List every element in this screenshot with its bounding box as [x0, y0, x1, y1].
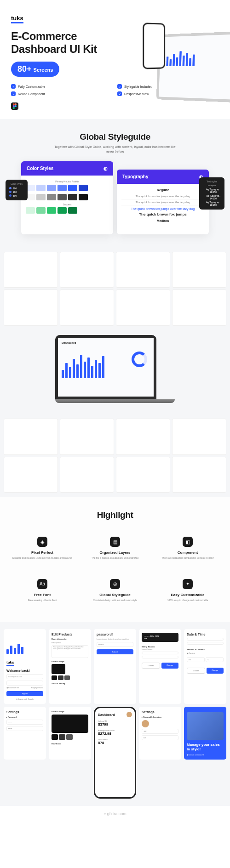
- screen-thumbnail: [4, 457, 58, 493]
- styleguide-section: Global Styleguide Together with Global S…: [0, 119, 230, 247]
- pixel-perfect-icon: ◉: [37, 537, 47, 547]
- logo-icon: ◐: [104, 166, 108, 171]
- screen-thumbnail: [4, 419, 58, 455]
- device-mockups: [133, 18, 230, 110]
- typography-card: Typography◐ Regular The quick brown fox …: [117, 170, 209, 234]
- styleguide-icon: ◎: [110, 579, 120, 589]
- svg-point-0: [13, 103, 15, 105]
- screen-thumbnail: [172, 289, 226, 326]
- text-styles-popup: Text styles ▸ Regular Ag Typograp.. 12/1…: [199, 177, 224, 210]
- screen-thumbnail: [60, 252, 114, 288]
- svg-point-2: [13, 105, 15, 107]
- feature-item: ✓Fully Customizable: [11, 84, 113, 89]
- avatar: [142, 720, 149, 727]
- edit-product-card: Edit Products Basic information Descript…: [49, 629, 91, 704]
- personal-info-card: Settings ▸ Personal Information Jeff US: [139, 707, 181, 759]
- product-image-card: Product Image Dashboard: [49, 707, 91, 759]
- lifestyle-image: [187, 712, 224, 740]
- cap-image: [52, 715, 88, 733]
- password-card: password! Lorem ipsum dolor sit amet con…: [94, 629, 136, 704]
- brand-logo: tuks: [11, 15, 23, 23]
- layers-icon: ▤: [110, 537, 120, 547]
- check-icon: ✓: [11, 91, 16, 96]
- screen-thumbnail: [4, 252, 58, 288]
- signin-button[interactable]: Sign In: [6, 691, 43, 696]
- highlight-card: ◉Pixel PerfectDistance and measure using…: [8, 529, 76, 567]
- feature-item: ✓Reuse Component: [11, 91, 113, 96]
- font-icon: Aa: [37, 579, 47, 589]
- section-title: Global Styleguide: [8, 132, 222, 142]
- screen-thumbnail: [172, 457, 226, 493]
- section-title: Highlight: [8, 510, 222, 520]
- check-icon: ✓: [11, 84, 16, 89]
- color-styles-card: Color Styles◐ Primary/Neutral Palette Su…: [21, 161, 113, 234]
- screen-thumbnail: [116, 457, 170, 493]
- donut-chart-icon: [132, 352, 147, 367]
- promo-card: Manage your sales in style! ◉ Create an …: [184, 707, 226, 759]
- svg-point-3: [15, 105, 17, 107]
- screen-thumbnail: [116, 289, 170, 326]
- product-image: [52, 664, 65, 674]
- svg-point-4: [13, 107, 15, 109]
- color-popup: Color styles 100 200 300: [6, 180, 28, 200]
- screen-thumbnail: [4, 289, 58, 326]
- highlight-card: AaFree FontFree amazing Urbanist Font: [8, 572, 76, 609]
- screens-badge: 80+Screens: [11, 62, 59, 77]
- screen-thumbnail: [116, 252, 170, 288]
- screens-grid-bottom: [0, 414, 230, 497]
- submit-button[interactable]: Submit: [97, 649, 133, 654]
- screen-thumbnail: [116, 419, 170, 455]
- stats-card: tuks Welcome back! name@mail.com •••••••…: [4, 629, 46, 704]
- center-laptop: Dashboard: [0, 330, 230, 414]
- section-subtitle: Together with Global Style Guide, workin…: [53, 145, 177, 154]
- bar-chart-icon: [163, 47, 230, 66]
- watermark: » gfxtra.com: [0, 806, 230, 822]
- svg-point-1: [15, 103, 17, 105]
- screen-thumbnail: [60, 289, 114, 326]
- screen-thumbnail: [172, 419, 226, 455]
- figma-icon: [11, 102, 18, 110]
- highlight-card: ◧ComponentThere are supporting component…: [154, 529, 222, 567]
- hero-section: tuks E-CommerceDashboard UI Kit 80+Scree…: [0, 0, 230, 119]
- avatar: [126, 712, 132, 717]
- phone-mockup: [143, 23, 165, 69]
- datetime-card: Date & Time Services & Contents ◉ Conten…: [184, 629, 226, 704]
- screen-thumbnail: [172, 252, 226, 288]
- check-icon: ✓: [117, 91, 122, 96]
- billing-card: •••• •••• 1234 2021VISA Billing Address …: [139, 629, 181, 704]
- mobile-screens-grid: tuks Welcome back! name@mail.com •••••••…: [0, 622, 230, 806]
- highlight-section: Highlight ◉Pixel PerfectDistance and mea…: [0, 497, 230, 622]
- bar-chart-icon: [6, 642, 43, 654]
- component-icon: ◧: [183, 537, 193, 547]
- screen-thumbnail: [60, 419, 114, 455]
- highlight-card: ✦Easy Customizable100% easy to change an…: [154, 572, 222, 609]
- dashboard-phone: Dashboard Sales of All$3799 Average orde…: [94, 707, 136, 799]
- laptop-mockup: [156, 30, 230, 103]
- screens-grid-top: [0, 247, 230, 330]
- highlight-card: ◎Global StyleguideConsistent design with…: [81, 572, 149, 609]
- screen-thumbnail: [60, 457, 114, 493]
- highlight-card: ▤Organized LayersThe file is named, grou…: [81, 529, 149, 567]
- settings-card: Settings ▸ Password •••••• ••••••: [4, 707, 46, 759]
- customize-icon: ✦: [183, 579, 193, 589]
- check-icon: ✓: [117, 84, 122, 89]
